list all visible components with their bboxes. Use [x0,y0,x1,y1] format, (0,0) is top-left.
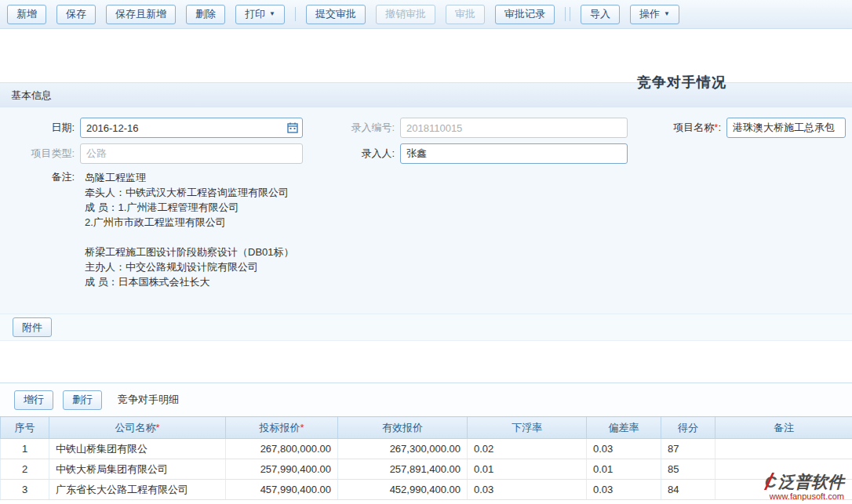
cell-bid-price: 267,800,000.00 [226,439,338,459]
entry-person-label: 录入人: [303,147,400,161]
entry-person-input[interactable] [400,143,628,164]
cell-score: 84 [661,480,715,500]
col-header-bid-price: 投标报价* [226,417,338,439]
save-button[interactable]: 保存 [56,5,96,24]
spacer [0,340,852,383]
approval-record-button[interactable]: 审批记录 [495,5,555,24]
entry-no-input [400,118,628,138]
date-label: 日期: [0,121,80,135]
table-header-row: 序号 公司名称* 投标报价* 有效报价 下浮率 偏差率 得分 备注 [1,417,852,439]
save-and-new-button[interactable]: 保存且新增 [106,5,176,24]
cell-score: 87 [661,439,715,459]
cell-bid-price: 257,990,400.00 [226,459,338,480]
detail-toolbar: 增行 删行 竞争对手明细 [0,383,852,416]
col-header-company: 公司名称* [49,417,226,439]
date-input[interactable] [80,118,303,138]
cell-score: 85 [661,459,715,480]
competitor-table: 序号 公司名称* 投标报价* 有效报价 下浮率 偏差率 得分 备注 1 中铁山桥… [0,416,852,500]
cell-valid-price: 267,300,000.00 [338,439,468,459]
basic-info-form: 日期: 录入编号: 项目名称*: 项目类型: 录入人: 备注: 岛隧工程监理 牵… [0,107,852,314]
cell-down-rate: 0.02 [468,439,587,459]
delete-button[interactable]: 删除 [186,5,225,24]
cell-deviation-rate: 0.03 [587,480,661,500]
table-row: 1 中铁山桥集团有限公 267,800,000.00 267,300,000.0… [1,439,852,459]
action-button[interactable]: 操作 ▼ [630,5,679,24]
attachment-strip: 附件 [0,314,852,340]
table-row: 2 中铁大桥局集团有限公司 257,990,400.00 257,891,400… [1,459,852,480]
remark-label: 备注: [0,170,80,184]
cell-deviation-rate: 0.01 [587,459,661,480]
entry-no-label: 录入编号: [303,121,400,135]
remark-textarea[interactable]: 岛隧工程监理 牵头人：中铁武汉大桥工程咨询监理有限公司 成 员：1.广州港工程管… [85,170,294,289]
add-row-button[interactable]: 增行 [14,390,53,410]
cell-remark [715,459,852,480]
toolbar-divider [570,7,570,21]
calendar-icon[interactable] [287,122,298,133]
cell-remark [715,439,852,459]
submit-approval-button[interactable]: 提交审批 [306,5,366,24]
col-header-remark: 备注 [715,417,852,439]
table-row: 3 广东省长大公路工程有限公司 457,990,400.00 452,990,4… [1,480,852,500]
revoke-approval-button: 撤销审批 [376,5,435,24]
project-type-input [80,143,303,164]
caret-down-icon: ▼ [664,11,670,17]
delete-row-button[interactable]: 删行 [63,390,102,410]
toolbar-divider [565,7,566,21]
col-header-valid-price: 有效报价 [338,417,468,439]
toolbar: 新增 保存 保存且新增 删除 打印 ▼ 提交审批 撤销审批 审批 审批记录 导入… [0,0,852,29]
cell-company: 中铁山桥集团有限公 [49,439,226,459]
cell-remark [715,480,852,500]
new-button[interactable]: 新增 [7,5,46,24]
date-field-wrap [80,118,303,138]
project-name-label: 项目名称*: [628,121,726,135]
cell-valid-price: 452,990,400.00 [338,480,468,500]
cell-seq: 1 [1,439,49,459]
caret-down-icon: ▼ [269,11,275,17]
approve-button: 审批 [446,5,485,24]
project-name-input[interactable] [726,118,846,138]
cell-bid-price: 457,990,400.00 [226,480,338,500]
cell-seq: 2 [1,459,49,480]
toolbar-divider [295,7,296,21]
print-button-label: 打印 [245,7,265,21]
cell-seq: 3 [1,480,49,500]
cell-down-rate: 0.01 [468,459,587,480]
cell-company: 广东省长大公路工程有限公司 [49,480,226,500]
cell-valid-price: 257,891,400.00 [338,459,468,480]
page-title: 竞争对手情况 [637,73,726,92]
col-header-down-rate: 下浮率 [468,417,587,439]
cell-down-rate: 0.03 [468,480,587,500]
col-header-deviation-rate: 偏差率 [587,417,661,439]
cell-deviation-rate: 0.03 [587,439,661,459]
title-bar: 竞争对手情况 [0,29,852,82]
col-header-seq: 序号 [1,417,49,439]
print-button[interactable]: 打印 ▼ [235,5,285,24]
project-type-label: 项目类型: [0,147,80,161]
action-button-label: 操作 [639,7,660,21]
attachment-button[interactable]: 附件 [13,317,52,337]
import-button[interactable]: 导入 [581,5,620,24]
detail-section-title: 竞争对手明细 [118,393,179,407]
cell-company: 中铁大桥局集团有限公司 [49,459,226,480]
col-header-score: 得分 [661,417,715,439]
